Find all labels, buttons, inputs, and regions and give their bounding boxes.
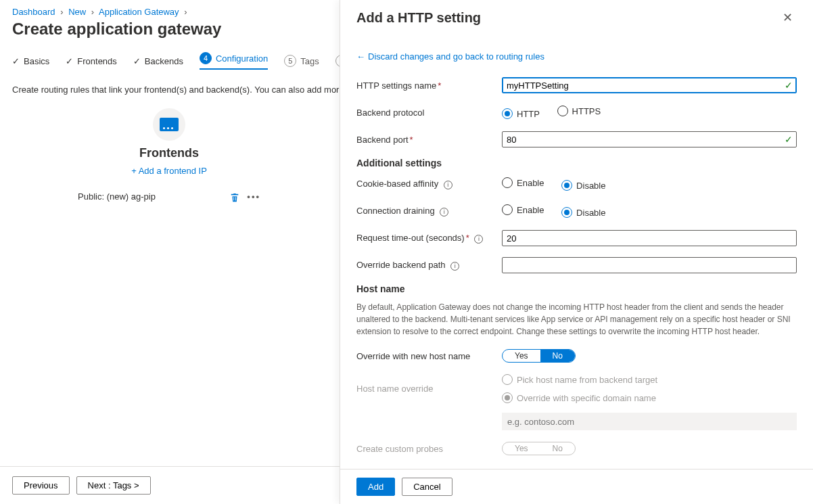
close-icon[interactable]: ✕ [779,9,797,26]
label-port: Backend port* [356,135,502,145]
radio-icon [502,108,513,119]
toggle-no: No [540,442,575,455]
panel-footer: Add Cancel [340,469,813,504]
additional-settings-heading: Additional settings [356,158,797,168]
hostname-heading: Host name [356,283,797,294]
pick-backend-radio: Pick host name from backend target [502,374,657,385]
valid-check-icon: ✓ [785,134,793,145]
cookie-enable-radio[interactable]: Enable [502,177,544,188]
wizard-label: Configuration [216,53,268,64]
radio-icon [561,180,572,191]
add-frontend-ip-link[interactable]: + Add a frontend IP [131,166,207,176]
protocol-http-radio[interactable]: HTTP [502,108,540,119]
backend-port-input[interactable] [502,131,797,147]
wizard-step-frontends[interactable]: ✓ Frontends [66,52,117,70]
override-backend-path-input[interactable] [502,257,797,273]
chevron-right-icon: › [60,7,63,17]
override-domain-radio: Override with specific domain name [502,392,656,403]
http-setting-panel: Add a HTTP setting ✕ ← Discard changes a… [340,0,813,504]
hostname-help-text: By default, Application Gateway does not… [356,301,797,338]
frontend-tile-icon [153,108,185,141]
delete-icon[interactable] [230,193,239,202]
wizard-step-configuration[interactable]: 4 Configuration [200,52,268,70]
toggle-no[interactable]: No [540,350,575,362]
crumb-new[interactable]: New [68,7,86,17]
wizard-label: Frontends [77,56,117,66]
frontends-title: Frontends [68,146,271,160]
wizard-label: Backends [145,56,183,66]
label-request-timeout: Request time-out (seconds)* i [356,233,502,244]
domain-name-input [502,413,797,430]
label-custom-probes: Create custom probes [356,444,502,454]
check-icon: ✓ [133,56,141,66]
drain-disable-radio[interactable]: Disable [561,207,605,218]
info-icon[interactable]: i [450,262,459,271]
step-number-icon: 4 [200,52,212,64]
radio-icon [502,177,513,188]
frontends-card: Frontends + Add a frontend IP Public: (n… [68,108,271,210]
custom-probes-toggle: Yes No [502,442,576,455]
label-override-backend-path: Override backend path i [356,260,502,271]
chevron-right-icon: › [184,7,187,17]
previous-button[interactable]: Previous [12,476,70,495]
label-connection-draining: Connection draining i [356,206,502,216]
discard-label: Discard changes and go back to routing r… [368,51,544,62]
info-icon[interactable]: i [444,181,452,189]
cancel-button[interactable]: Cancel [402,478,452,496]
chevron-right-icon: › [91,7,94,17]
drain-enable-radio[interactable]: Enable [502,204,544,215]
radio-icon [557,106,568,116]
step-number-icon: 5 [284,55,296,67]
wizard-step-basics[interactable]: ✓ Basics [12,52,49,70]
wizard-label: Tags [300,56,319,66]
toggle-yes[interactable]: Yes [503,350,540,362]
wizard-step-tags[interactable]: 5 Tags [284,52,319,70]
wizard-label: Basics [24,56,49,66]
label-http-name: HTTP settings name* [356,81,502,91]
check-icon: ✓ [66,56,73,66]
arrow-left-icon: ← [356,51,365,62]
label-override-hostname: Override with new host name [356,351,502,361]
toggle-yes: Yes [503,442,540,455]
wizard-footer: Previous Next : Tags > [0,466,340,504]
more-icon[interactable]: ••• [247,191,260,202]
frontend-row: Public: (new) ag-pip ••• [68,184,271,210]
panel-title: Add a HTTP setting [356,10,481,26]
crumb-appgw[interactable]: Application Gateway [99,7,179,17]
label-cookie-affinity: Cookie-based affinity i [356,179,502,189]
override-hostname-toggle[interactable]: Yes No [502,349,576,363]
request-timeout-input[interactable] [502,230,797,246]
frontend-row-label: Public: (new) ag-pip [78,191,156,202]
radio-icon [502,204,513,215]
add-button[interactable]: Add [356,478,395,496]
wizard-step-backends[interactable]: ✓ Backends [133,52,183,70]
radio-icon [502,392,513,403]
next-button[interactable]: Next : Tags > [76,476,151,495]
check-icon: ✓ [12,56,20,66]
info-icon[interactable]: i [440,208,448,216]
valid-check-icon: ✓ [785,80,793,91]
radio-icon [502,374,513,385]
label-host-name-override: Host name override [356,384,502,394]
discard-link[interactable]: ← Discard changes and go back to routing… [356,51,544,62]
http-settings-name-input[interactable] [502,77,797,93]
info-icon[interactable]: i [474,235,483,244]
label-protocol: Backend protocol [356,108,502,118]
radio-icon [561,207,572,218]
cookie-disable-radio[interactable]: Disable [561,180,605,191]
crumb-dashboard[interactable]: Dashboard [12,7,55,17]
protocol-https-radio[interactable]: HTTPS [557,106,601,116]
